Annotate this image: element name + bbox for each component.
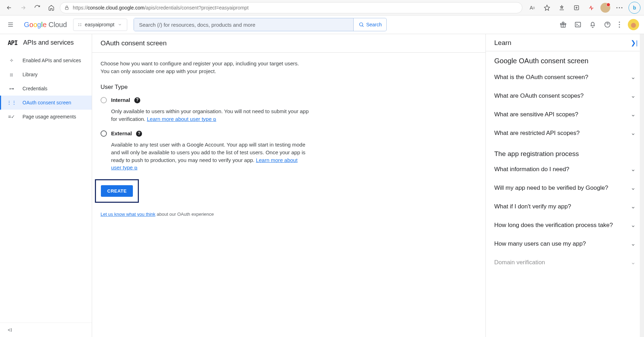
radio-internal bbox=[101, 97, 107, 103]
forward-icon bbox=[18, 2, 29, 13]
read-aloud-icon[interactable]: A)) bbox=[527, 2, 538, 13]
radio-external[interactable] bbox=[101, 130, 107, 137]
nav-menu-icon[interactable] bbox=[4, 21, 18, 28]
favorites-list-icon[interactable] bbox=[556, 2, 567, 13]
sidenav-item-page-usage[interactable]: ≡✓Page usage agreements bbox=[0, 110, 92, 124]
internal-desc: Only available to users within your orga… bbox=[111, 108, 309, 123]
agreement-icon: ≡✓ bbox=[8, 114, 15, 119]
internal-label: Internal bbox=[111, 96, 130, 104]
learn-section-1: Google OAuth consent screen bbox=[494, 57, 636, 65]
profile-avatar[interactable] bbox=[600, 3, 610, 13]
learn-item[interactable]: What are restricted API scopes?⌄ bbox=[494, 124, 636, 142]
help-icon[interactable]: ? bbox=[134, 97, 140, 103]
key-icon: ⊶ bbox=[8, 86, 15, 91]
feedback-link[interactable]: Let us know what you think bbox=[101, 212, 155, 217]
intro-text: Choose how you want to configure and reg… bbox=[101, 60, 309, 75]
external-link-icon: ⧉ bbox=[134, 166, 137, 170]
chevron-down-icon: ⌄ bbox=[631, 259, 636, 266]
bing-icon[interactable]: b bbox=[629, 2, 640, 14]
project-name: easyaiprompt bbox=[85, 22, 114, 27]
grid-icon: ✧ bbox=[8, 58, 15, 63]
project-icon: ∷ bbox=[78, 22, 81, 27]
svg-point-11 bbox=[619, 24, 620, 25]
refresh-icon[interactable] bbox=[32, 2, 43, 13]
collapse-panel-icon[interactable]: ❯| bbox=[631, 39, 638, 47]
back-icon[interactable] bbox=[4, 2, 15, 13]
internal-learn-more-link[interactable]: Learn more about user type ⧉ bbox=[147, 116, 216, 122]
kebab-icon[interactable] bbox=[619, 21, 620, 28]
chevron-down-icon: ⌄ bbox=[631, 73, 636, 81]
learn-item[interactable]: What information do I need?⌄ bbox=[494, 160, 636, 179]
page-title: OAuth consent screen bbox=[92, 34, 485, 53]
sidenav-title: APIs and services bbox=[23, 39, 74, 46]
search-bar[interactable]: Search (/) for resources, docs, products… bbox=[134, 18, 387, 31]
notifications-icon[interactable] bbox=[589, 21, 596, 28]
address-bar[interactable]: https://console.cloud.google.com/apis/cr… bbox=[60, 2, 522, 13]
svg-rect-0 bbox=[65, 7, 68, 9]
chevron-down-icon: ⌄ bbox=[631, 184, 636, 192]
learn-item[interactable]: How long does the verification process t… bbox=[494, 216, 636, 234]
chevron-down-icon: ⌄ bbox=[631, 129, 636, 137]
user-type-heading: User Type bbox=[101, 83, 309, 92]
learn-item[interactable]: What are sensitive API scopes?⌄ bbox=[494, 105, 636, 124]
svg-rect-8 bbox=[575, 22, 581, 27]
sidenav-collapse[interactable]: <I bbox=[0, 323, 92, 337]
create-highlight: CREATE bbox=[95, 179, 139, 203]
learn-item[interactable]: Will my app need to be verified by Googl… bbox=[494, 179, 636, 197]
svg-point-2 bbox=[616, 7, 617, 8]
chevron-down-icon: ⌄ bbox=[631, 240, 636, 247]
project-selector[interactable]: ∷ easyaiprompt bbox=[73, 19, 127, 31]
performance-icon[interactable] bbox=[586, 2, 597, 13]
chevron-down-icon bbox=[118, 22, 122, 27]
sidenav-item-credentials[interactable]: ⊶Credentials bbox=[0, 82, 92, 96]
learn-section-2: The app registration process bbox=[494, 150, 636, 158]
search-button[interactable]: Search bbox=[353, 18, 386, 31]
external-desc: Available to any test user with a Google… bbox=[111, 141, 309, 171]
learn-item[interactable]: How many users can use my app?⌄ bbox=[494, 234, 636, 253]
help-icon[interactable] bbox=[604, 21, 611, 28]
search-icon bbox=[359, 22, 364, 27]
external-label: External bbox=[111, 130, 132, 137]
sidenav-item-library[interactable]: ⫼Library bbox=[0, 67, 92, 82]
more-icon[interactable] bbox=[614, 2, 625, 13]
sidenav-item-enabled-apis[interactable]: ✧Enabled APIs and services bbox=[0, 53, 92, 67]
svg-point-12 bbox=[619, 26, 620, 27]
lock-icon bbox=[64, 5, 69, 10]
chevron-down-icon: ⌄ bbox=[631, 203, 636, 210]
scrollbar[interactable] bbox=[640, 34, 644, 337]
gift-icon[interactable] bbox=[560, 21, 567, 28]
url-text: https://console.cloud.google.com/apis/cr… bbox=[73, 5, 249, 11]
create-button[interactable]: CREATE bbox=[101, 185, 133, 197]
svg-point-4 bbox=[621, 7, 622, 8]
chevron-down-icon: ⌄ bbox=[631, 92, 636, 99]
favorite-icon[interactable] bbox=[541, 2, 553, 13]
chevron-down-icon: ⌄ bbox=[631, 111, 636, 118]
feedback-line: Let us know what you think about our OAu… bbox=[101, 211, 309, 218]
library-icon: ⫼ bbox=[8, 72, 15, 77]
cloud-shell-icon[interactable] bbox=[574, 21, 581, 28]
learn-item[interactable]: What if I don't verify my app?⌄ bbox=[494, 197, 636, 216]
account-avatar[interactable] bbox=[628, 19, 639, 30]
learn-item[interactable]: What are OAuth consent scopes?⌄ bbox=[494, 86, 636, 105]
chevron-down-icon: ⌄ bbox=[631, 221, 636, 229]
svg-point-10 bbox=[619, 21, 620, 22]
learn-title: Learn bbox=[494, 39, 511, 47]
consent-icon: ⋮⋮ bbox=[8, 100, 15, 105]
search-input[interactable]: Search (/) for resources, docs, products… bbox=[134, 18, 353, 31]
collections-icon[interactable] bbox=[571, 2, 582, 13]
help-icon[interactable]: ? bbox=[136, 131, 142, 137]
chevron-down-icon: ⌄ bbox=[631, 166, 636, 173]
external-link-icon: ⧉ bbox=[213, 117, 216, 122]
home-icon[interactable] bbox=[46, 2, 57, 13]
api-logo: API bbox=[8, 39, 18, 46]
svg-point-3 bbox=[619, 7, 620, 8]
sidenav-item-oauth-consent[interactable]: ⋮⋮OAuth consent screen bbox=[0, 96, 92, 110]
learn-item[interactable]: What is the OAuth consent screen?⌄ bbox=[494, 68, 636, 86]
google-cloud-logo[interactable]: Google Cloud bbox=[24, 21, 67, 29]
svg-point-5 bbox=[359, 23, 362, 26]
learn-item[interactable]: Domain verification⌄ bbox=[494, 253, 636, 272]
